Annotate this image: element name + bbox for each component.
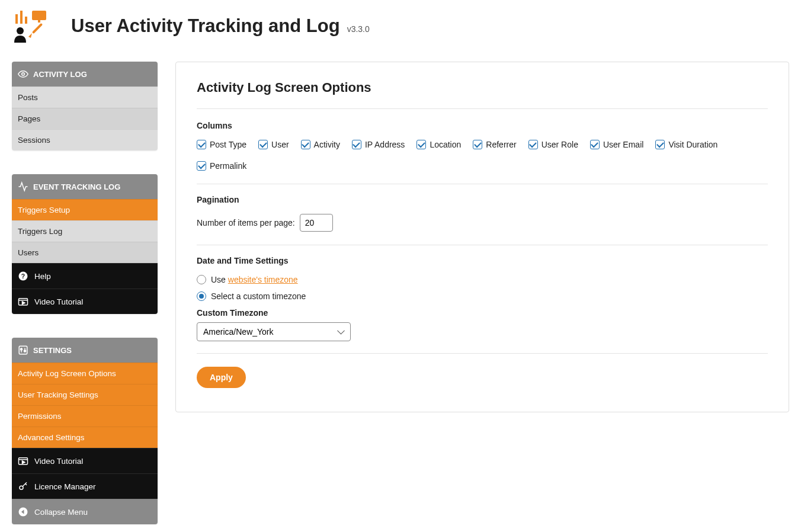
column-checkbox-ip-address[interactable]: IP Address (352, 140, 405, 149)
items-per-page-input[interactable] (300, 214, 333, 232)
custom-timezone-label: Custom Timezone (197, 308, 768, 318)
nav-header-label: EVENT TRACKING LOG (33, 182, 120, 191)
nav-item-permissions[interactable]: Permissions (12, 405, 158, 427)
columns-checkbox-row: Post Type User Activity IP Address Locat… (197, 140, 768, 171)
checkbox-icon (197, 140, 206, 149)
svg-rect-4 (38, 20, 40, 23)
checkbox-icon (197, 161, 206, 171)
app-logo (12, 8, 53, 44)
svg-rect-1 (20, 11, 23, 24)
radio-custom-timezone[interactable]: Select a custom timezone (197, 291, 768, 301)
svg-point-22 (20, 486, 23, 489)
nav-item-video-tutorial-settings[interactable]: Video Tutorial (12, 448, 158, 473)
svg-rect-6 (32, 23, 43, 34)
nav-item-collapse-menu[interactable]: Collapse Menu (12, 499, 158, 524)
nav-item-pages[interactable]: Pages (12, 108, 158, 129)
video-icon (18, 296, 28, 307)
help-icon: ? (18, 271, 28, 281)
nav-group-settings: SETTINGS Activity Log Screen Options Use… (12, 338, 158, 524)
svg-marker-21 (23, 461, 25, 464)
collapse-icon (18, 507, 28, 517)
checkbox-icon (473, 140, 482, 149)
sidebar: ACTIVITY LOG Posts Pages Sessions EVENT … (12, 62, 158, 532)
page-title: User Activity Tracking and Log (71, 15, 340, 37)
website-timezone-link[interactable]: website's timezone (228, 275, 298, 284)
column-checkbox-permalink[interactable]: Permalink (197, 161, 246, 171)
svg-marker-13 (23, 302, 25, 305)
nav-item-sessions[interactable]: Sessions (12, 129, 158, 150)
column-checkbox-referrer[interactable]: Referrer (473, 140, 516, 149)
svg-point-17 (21, 348, 23, 350)
radio-icon (197, 291, 206, 301)
svg-point-18 (24, 350, 26, 352)
column-checkbox-activity[interactable]: Activity (301, 140, 340, 149)
key-icon (18, 481, 28, 492)
nav-item-activity-log-screen-options[interactable]: Activity Log Screen Options (12, 363, 158, 384)
nav-header-event-tracking[interactable]: EVENT TRACKING LOG (12, 174, 158, 199)
radio-use-website-timezone[interactable]: Use website's timezone (197, 275, 768, 284)
checkbox-icon (258, 140, 268, 149)
svg-text:?: ? (21, 273, 25, 280)
version-label: v3.3.0 (347, 24, 370, 34)
nav-header-settings[interactable]: SETTINGS (12, 338, 158, 363)
nav-item-advanced-settings[interactable]: Advanced Settings (12, 427, 158, 448)
checkbox-icon (590, 140, 600, 149)
apply-button[interactable]: Apply (197, 367, 246, 388)
svg-line-24 (25, 484, 27, 485)
pagination-text: Number of items per page: (197, 218, 295, 227)
checkbox-icon (655, 140, 665, 149)
custom-timezone-select[interactable]: America/New_York (197, 322, 351, 341)
nav-header-activity-log[interactable]: ACTIVITY LOG (12, 62, 158, 86)
eye-icon (18, 69, 28, 79)
checkbox-icon (301, 140, 310, 149)
datetime-label: Date and Time Settings (197, 256, 768, 265)
content-title: Activity Log Screen Options (197, 80, 768, 95)
checkbox-icon (352, 140, 361, 149)
nav-header-label: ACTIVITY LOG (33, 70, 87, 79)
svg-rect-14 (19, 346, 27, 354)
nav-item-help[interactable]: ? Help (12, 263, 158, 289)
radio-icon (197, 275, 206, 284)
columns-label: Columns (197, 121, 768, 130)
column-checkbox-visit-duration[interactable]: Visit Duration (655, 140, 717, 149)
nav-group-event-tracking: EVENT TRACKING LOG Triggers Setup Trigge… (12, 174, 158, 314)
activity-icon (18, 181, 28, 192)
video-icon (18, 456, 28, 466)
column-checkbox-user[interactable]: User (258, 140, 289, 149)
checkbox-icon (416, 140, 426, 149)
nav-item-posts[interactable]: Posts (12, 86, 158, 108)
column-checkbox-location[interactable]: Location (416, 140, 461, 149)
column-checkbox-post-type[interactable]: Post Type (197, 140, 246, 149)
svg-rect-3 (32, 11, 46, 20)
pagination-label: Pagination (197, 195, 768, 204)
content-panel: Activity Log Screen Options Columns Post… (175, 62, 789, 412)
svg-rect-2 (25, 17, 27, 24)
checkbox-icon (528, 140, 538, 149)
nav-item-video-tutorial[interactable]: Video Tutorial (12, 289, 158, 314)
nav-item-licence-manager[interactable]: Licence Manager (12, 473, 158, 499)
page-header: User Activity Tracking and Log v3.3.0 (12, 8, 789, 44)
nav-item-users[interactable]: Users (12, 242, 158, 263)
column-checkbox-user-role[interactable]: User Role (528, 140, 578, 149)
settings-icon (18, 345, 28, 355)
nav-header-label: SETTINGS (33, 346, 72, 355)
nav-item-triggers-log[interactable]: Triggers Log (12, 220, 158, 242)
svg-point-5 (17, 27, 24, 34)
nav-item-triggers-setup[interactable]: Triggers Setup (12, 199, 158, 220)
nav-item-user-tracking-settings[interactable]: User Tracking Settings (12, 384, 158, 405)
column-checkbox-user-email[interactable]: User Email (590, 140, 643, 149)
nav-group-activity-log: ACTIVITY LOG Posts Pages Sessions (12, 62, 158, 150)
svg-point-8 (22, 73, 25, 76)
svg-marker-7 (28, 33, 32, 38)
svg-rect-0 (15, 14, 18, 24)
